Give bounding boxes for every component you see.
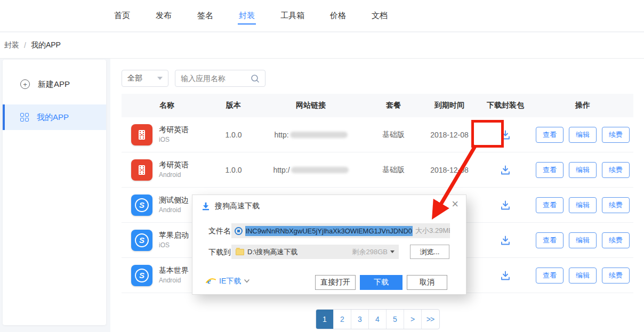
view-button[interactable]: 查看 — [536, 232, 564, 248]
filename-value: lNC9wNnRNbXgwUE5jYjlhaXk3OWlEMG1JVnJDND0 — [245, 226, 413, 236]
list-toolbar: 全部 — [122, 70, 265, 87]
sidebar-item-my-app[interactable]: 我的APP — [3, 104, 106, 130]
edit-button[interactable]: 编辑 — [569, 268, 597, 284]
table-row: 考研英语 iOS 1.0.0 http: 基础版 2018-12-08 — [122, 117, 633, 152]
download-package-button[interactable] — [497, 197, 513, 213]
nav-item-publish[interactable]: 发布 — [143, 0, 184, 31]
download-package-button[interactable] — [497, 162, 513, 178]
page-1[interactable]: 1 — [316, 310, 334, 329]
renew-button[interactable]: 续费 — [602, 162, 630, 178]
tray-download-icon — [500, 164, 511, 176]
free-space: 剩余298GB — [352, 247, 388, 257]
search-icon[interactable] — [251, 74, 260, 83]
page-4[interactable]: 4 — [369, 310, 387, 329]
download-package-button[interactable] — [497, 268, 513, 284]
ie-download-label: IE下载 — [219, 277, 241, 286]
s-logo-app-icon: S — [131, 265, 152, 286]
sogou-download-dialog: 搜狗高速下载 × 文件名 lNC9wNnRNbXgwUE5jYjlhaXk3OW… — [192, 195, 466, 295]
blurred-url — [290, 132, 348, 138]
nav-item-home[interactable]: 首页 — [101, 0, 143, 31]
search-input[interactable] — [181, 74, 247, 83]
ie-download-toggle[interactable]: e IE下载 — [206, 276, 249, 286]
tray-download-icon — [500, 234, 511, 246]
table-row: 考研英语 Android 1.0.0 http:/ 基础版 2018-12-08 — [122, 152, 633, 188]
top-nav-bar: 首页 发布 签名 封装 工具箱 价格 文档 — [0, 0, 644, 32]
app-url-prefix: http: — [274, 131, 288, 139]
filter-select[interactable]: 全部 — [122, 70, 168, 87]
tray-download-icon — [500, 199, 511, 211]
s-logo-app-icon: S — [131, 230, 152, 251]
download-package-button[interactable] — [497, 127, 513, 143]
nav-item-price[interactable]: 价格 — [317, 0, 359, 31]
nav-item-docs[interactable]: 文档 — [359, 0, 400, 31]
breadcrumb-current: 我的APP — [31, 41, 61, 50]
open-directly-button[interactable]: 直接打开 — [315, 275, 356, 290]
blurred-url — [291, 167, 349, 173]
grid-icon — [20, 113, 29, 122]
film-app-icon — [131, 159, 152, 181]
close-icon[interactable]: × — [452, 198, 458, 210]
filename-label: 文件名 — [208, 226, 231, 236]
page-5[interactable]: 5 — [387, 310, 404, 329]
nav-item-sign[interactable]: 签名 — [184, 0, 226, 31]
tray-download-icon — [500, 270, 511, 281]
renew-button[interactable]: 续费 — [602, 232, 630, 248]
filename-field[interactable]: lNC9wNnRNbXgwUE5jYjlhaXk3OWlEMG1JVnJDND0… — [231, 223, 450, 238]
app-platform: iOS — [159, 241, 189, 249]
app-platform: Android — [159, 171, 189, 179]
dialog-title-bar: 搜狗高速下载 — [202, 201, 260, 211]
app-platform: Android — [159, 206, 189, 214]
app-version: 1.0.0 — [212, 131, 255, 139]
download-button[interactable]: 下载 — [360, 275, 402, 290]
sidebar-item-label: 我的APP — [37, 112, 69, 123]
destination-field[interactable]: D:\搜狗高速下载 剩余298GB — [231, 245, 399, 259]
page-2[interactable]: 2 — [334, 310, 351, 329]
cancel-button[interactable]: 取消 — [407, 275, 447, 290]
view-button[interactable]: 查看 — [536, 162, 564, 178]
chevron-down-icon — [157, 77, 163, 80]
edit-button[interactable]: 编辑 — [569, 197, 597, 213]
chevron-down-icon[interactable] — [390, 250, 395, 253]
breadcrumb-separator: / — [24, 41, 26, 50]
renew-button[interactable]: 续费 — [602, 127, 630, 143]
sidebar-item-new-app[interactable]: + 新建APP — [3, 70, 106, 98]
next-page-button[interactable]: > — [404, 310, 422, 329]
view-button[interactable]: 查看 — [536, 268, 564, 284]
destination-path: D:\搜狗高速下载 — [247, 247, 298, 257]
renew-button[interactable]: 续费 — [602, 268, 630, 284]
download-icon — [202, 202, 210, 210]
col-header-plan: 套餐 — [367, 101, 420, 110]
main-nav: 首页 发布 签名 封装 工具箱 价格 文档 — [0, 0, 644, 31]
app-platform: iOS — [159, 136, 189, 144]
view-button[interactable]: 查看 — [536, 197, 564, 213]
breadcrumb: 封装 / 我的APP — [0, 33, 644, 59]
edit-button[interactable]: 编辑 — [569, 232, 597, 248]
app-name: 基本世界 — [159, 266, 189, 276]
browse-button[interactable]: 浏览... — [410, 245, 449, 259]
app-name: 考研英语 — [159, 160, 189, 170]
app-expire-date: 2018-12-08 — [420, 166, 479, 174]
nav-item-toolbox[interactable]: 工具箱 — [268, 0, 317, 31]
breadcrumb-section[interactable]: 封装 — [4, 41, 19, 50]
folder-icon — [236, 249, 244, 255]
download-package-button[interactable] — [497, 232, 513, 248]
app-url-prefix: http:/ — [273, 166, 289, 174]
app-expire-date: 2018-12-08 — [420, 131, 479, 139]
internet-explorer-icon: e — [206, 276, 216, 286]
file-type-icon — [235, 227, 243, 235]
last-page-button[interactable]: >> — [422, 310, 439, 329]
edit-button[interactable]: 编辑 — [569, 162, 597, 178]
edit-button[interactable]: 编辑 — [569, 127, 597, 143]
renew-button[interactable]: 续费 — [602, 197, 630, 213]
sidebar: + 新建APP 我的APP — [3, 60, 106, 325]
col-header-download: 下载封装包 — [479, 101, 532, 110]
pagination: 1 2 3 4 5 > >> — [122, 309, 633, 329]
page-3[interactable]: 3 — [351, 310, 369, 329]
app-packaging-page: 首页 发布 签名 封装 工具箱 价格 文档 封装 / 我的APP + 新建APP… — [0, 0, 644, 332]
view-button[interactable]: 查看 — [536, 127, 564, 143]
col-header-actions: 操作 — [532, 101, 633, 110]
destination-label: 下载到 — [208, 248, 231, 257]
nav-item-package[interactable]: 封装 — [226, 0, 268, 31]
file-size: 大小3.29MB — [415, 226, 450, 236]
sidebar-item-label: 新建APP — [38, 79, 70, 90]
